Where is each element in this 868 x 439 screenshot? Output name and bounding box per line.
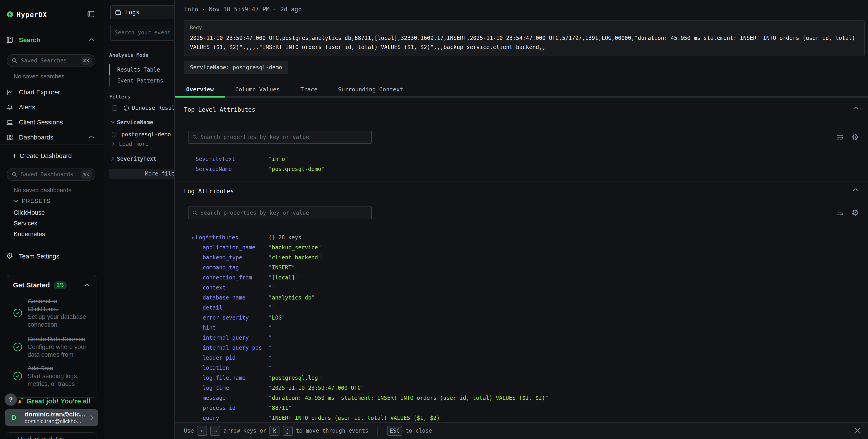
attr-value[interactable]: INSERT: [269, 264, 295, 271]
attr-key[interactable]: LogAttributes: [195, 234, 269, 241]
properties-search-input[interactable]: [200, 210, 368, 216]
get-started-header[interactable]: Get Started 3/3: [13, 281, 90, 290]
attr-key[interactable]: message: [203, 395, 269, 401]
attr-value[interactable]: [269, 284, 275, 291]
attr-key[interactable]: leader_pid: [203, 355, 269, 361]
body-text[interactable]: 2025-11-10 23:59:47.000 UTC,postgres,ana…: [190, 33, 859, 52]
more-filters-button[interactable]: More filters: [109, 169, 175, 179]
attr-key[interactable]: log_time: [203, 385, 269, 391]
logo-row: HyperDX: [0, 10, 104, 18]
attr-value[interactable]: [269, 345, 275, 351]
sidebar-item-alerts[interactable]: Alerts: [0, 104, 104, 111]
attr-value[interactable]: [269, 355, 275, 361]
sidebar-item-dashboards[interactable]: Dashboards: [0, 134, 104, 141]
preset-kubernetes[interactable]: Kubernetes: [14, 231, 45, 238]
attr-key[interactable]: location: [203, 365, 269, 371]
chevron-up-icon[interactable]: [84, 283, 90, 287]
attr-value[interactable]: info: [269, 156, 288, 162]
source-select[interactable]: Logs: [110, 5, 175, 19]
mode-event-patterns[interactable]: Event Patterns: [109, 75, 173, 86]
tab-trace[interactable]: Trace: [290, 81, 328, 98]
user-menu[interactable]: D dominic.tran@clic... dominic.tran@clic…: [5, 409, 98, 426]
service-option-label[interactable]: postgresql-demo: [122, 131, 171, 138]
wrap-text-icon[interactable]: [836, 133, 844, 141]
attr-value[interactable]: analytics_db: [269, 294, 315, 301]
preset-clickhouse[interactable]: ClickHouse: [14, 209, 45, 216]
attr-key[interactable]: internal_query: [203, 335, 269, 341]
preset-services[interactable]: Services: [14, 220, 37, 227]
get-started-item[interactable]: Connect to ClickHouse Set up your databa…: [13, 297, 90, 328]
chevron-up-icon[interactable]: [88, 38, 94, 41]
service-name-tag-chip[interactable]: ServiceName: postgresql-demo: [184, 61, 288, 74]
attr-value[interactable]: LOG: [269, 315, 285, 321]
attr-key[interactable]: connection_from: [203, 275, 269, 281]
attr-key[interactable]: context: [203, 284, 269, 291]
attr-value[interactable]: postgresql.log: [269, 375, 321, 381]
attr-value[interactable]: 88711: [269, 405, 291, 411]
service-checkbox[interactable]: [112, 132, 117, 137]
attr-value[interactable]: [local]: [269, 275, 298, 281]
attr-key[interactable]: detail: [203, 305, 269, 311]
chevron-up-icon[interactable]: [852, 106, 859, 110]
attr-value[interactable]: client backend: [269, 254, 321, 261]
attr-value[interactable]: backup_service: [269, 244, 321, 251]
wrap-text-icon[interactable]: [836, 209, 844, 217]
expand-triangle-icon[interactable]: ▾: [191, 235, 195, 240]
severity-text-group[interactable]: SeverityText: [104, 155, 175, 162]
sidebar-item-chart-explorer[interactable]: Chart Explorer: [0, 89, 104, 96]
attr-value[interactable]: INSERT INTO orders (user_id, total) VALU…: [269, 415, 443, 421]
tab-surrounding-context[interactable]: Surrounding Context: [328, 81, 413, 98]
attr-value[interactable]: duration: 45.950 ms statement: INSERT IN…: [269, 395, 549, 401]
attr-key[interactable]: query: [203, 415, 269, 421]
presets-toggle[interactable]: PRESETS: [13, 198, 51, 204]
attr-key[interactable]: error_severity: [203, 315, 269, 321]
attr-key[interactable]: backend_type: [203, 254, 269, 261]
saved-dashboards-search[interactable]: ⌘K: [7, 168, 95, 181]
product-updates-card[interactable]: Product updates: [7, 432, 96, 439]
chevron-up-icon[interactable]: [852, 188, 859, 192]
help-button[interactable]: ?: [5, 394, 17, 406]
team-settings-button[interactable]: ⚙ Team Settings: [0, 253, 104, 260]
service-name-group[interactable]: ServiceName: [104, 119, 175, 126]
sidebar-collapse-icon[interactable]: [88, 11, 94, 17]
tab-overview[interactable]: Overview: [175, 81, 225, 98]
attr-value[interactable]: [269, 324, 275, 331]
get-started-item-title: Add Data: [28, 365, 90, 372]
attr-key[interactable]: internal_query_pos: [203, 345, 269, 351]
attr-key[interactable]: application_name: [203, 244, 269, 251]
sidebar-item-client-sessions[interactable]: Client Sessions: [0, 119, 104, 126]
attr-value[interactable]: [269, 335, 275, 341]
attr-key[interactable]: ServiceName: [195, 166, 269, 172]
mode-results-table[interactable]: Results Table: [109, 64, 173, 75]
create-dashboard-button[interactable]: + Create Dashboard: [0, 152, 104, 159]
saved-dashboards-input[interactable]: [21, 171, 81, 178]
gear-icon[interactable]: ⚙: [851, 209, 859, 217]
tab-column-values[interactable]: Column Values: [225, 81, 290, 98]
gear-icon[interactable]: ⚙: [851, 133, 859, 141]
attr-key[interactable]: SeverityText: [195, 156, 269, 162]
close-icon[interactable]: [852, 426, 862, 435]
attr-key[interactable]: command_tag: [203, 264, 269, 271]
load-more-row[interactable]: Load more: [104, 141, 175, 147]
sidebar-section-search[interactable]: Search: [0, 36, 104, 44]
saved-searches-search[interactable]: ⌘K: [7, 54, 95, 67]
attr-key[interactable]: process_id: [203, 405, 269, 411]
properties-search-box[interactable]: [188, 207, 372, 219]
attr-key[interactable]: database_name: [203, 294, 269, 301]
properties-search-input[interactable]: [200, 134, 368, 140]
event-search-box[interactable]: [110, 25, 175, 40]
get-started-item[interactable]: Add Data Start sending logs, metrics, or…: [13, 365, 90, 388]
denoise-checkbox[interactable]: [112, 105, 117, 111]
get-started-item[interactable]: Create Data Sources Configure where your…: [13, 335, 90, 358]
attr-key[interactable]: hint: [203, 324, 269, 331]
saved-searches-input[interactable]: [21, 57, 81, 64]
attr-key[interactable]: log.file.name: [203, 375, 269, 381]
attr-value[interactable]: [269, 365, 275, 371]
chevron-up-icon[interactable]: [88, 135, 94, 139]
attr-value[interactable]: postgresql-demo: [269, 166, 324, 172]
properties-search-box[interactable]: [188, 131, 372, 144]
attr-value[interactable]: 2025-11-10 23:59:47.000 UTC: [269, 385, 364, 391]
attr-value[interactable]: [269, 305, 275, 311]
hyperdx-logo-icon[interactable]: [7, 11, 13, 18]
event-search-input[interactable]: [115, 29, 175, 36]
